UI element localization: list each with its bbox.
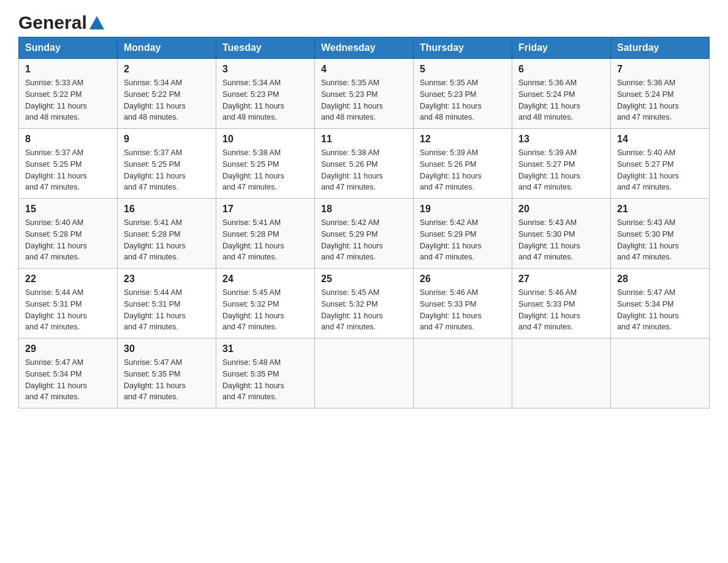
- day-info: Sunrise: 5:39 AMSunset: 5:26 PMDaylight:…: [420, 147, 506, 193]
- day-info: Sunrise: 5:47 AMSunset: 5:34 PMDaylight:…: [25, 357, 111, 403]
- calendar-cell: 11Sunrise: 5:38 AMSunset: 5:26 PMDayligh…: [315, 129, 414, 199]
- calendar-cell: [611, 339, 710, 408]
- day-info: Sunrise: 5:44 AMSunset: 5:31 PMDaylight:…: [25, 287, 111, 333]
- day-info: Sunrise: 5:43 AMSunset: 5:30 PMDaylight:…: [617, 217, 703, 263]
- day-number: 2: [124, 64, 210, 75]
- column-header-saturday: Saturday: [611, 37, 710, 59]
- calendar-cell: 10Sunrise: 5:38 AMSunset: 5:25 PMDayligh…: [216, 129, 315, 199]
- day-info: Sunrise: 5:37 AMSunset: 5:25 PMDaylight:…: [124, 147, 210, 193]
- svg-marker-0: [89, 16, 104, 29]
- day-info: Sunrise: 5:40 AMSunset: 5:28 PMDaylight:…: [25, 217, 111, 263]
- day-info: Sunrise: 5:41 AMSunset: 5:28 PMDaylight:…: [222, 217, 308, 263]
- calendar-cell: 1Sunrise: 5:33 AMSunset: 5:22 PMDaylight…: [19, 59, 118, 129]
- day-info: Sunrise: 5:36 AMSunset: 5:24 PMDaylight:…: [617, 77, 703, 123]
- calendar-cell: 6Sunrise: 5:36 AMSunset: 5:24 PMDaylight…: [512, 59, 611, 129]
- day-info: Sunrise: 5:45 AMSunset: 5:32 PMDaylight:…: [321, 287, 407, 333]
- column-header-thursday: Thursday: [414, 37, 512, 59]
- calendar-cell: 8Sunrise: 5:37 AMSunset: 5:25 PMDaylight…: [19, 129, 118, 199]
- logo-row: General: [18, 12, 105, 33]
- day-info: Sunrise: 5:46 AMSunset: 5:33 PMDaylight:…: [420, 287, 506, 333]
- day-info: Sunrise: 5:40 AMSunset: 5:27 PMDaylight:…: [617, 147, 703, 193]
- day-number: 4: [321, 64, 407, 75]
- day-number: 17: [222, 204, 308, 215]
- day-info: Sunrise: 5:35 AMSunset: 5:23 PMDaylight:…: [420, 77, 506, 123]
- day-number: 11: [321, 134, 407, 145]
- column-header-friday: Friday: [512, 37, 611, 59]
- calendar-cell: 4Sunrise: 5:35 AMSunset: 5:23 PMDaylight…: [315, 59, 414, 129]
- calendar-cell: 19Sunrise: 5:42 AMSunset: 5:29 PMDayligh…: [414, 199, 512, 269]
- day-number: 13: [518, 134, 604, 145]
- day-number: 12: [420, 134, 506, 145]
- day-number: 28: [617, 274, 703, 285]
- day-number: 31: [222, 343, 308, 354]
- day-number: 16: [124, 204, 210, 215]
- column-header-tuesday: Tuesday: [216, 37, 315, 59]
- calendar-week-row: 29Sunrise: 5:47 AMSunset: 5:34 PMDayligh…: [19, 339, 710, 408]
- calendar-cell: 22Sunrise: 5:44 AMSunset: 5:31 PMDayligh…: [19, 269, 118, 339]
- calendar-cell: 17Sunrise: 5:41 AMSunset: 5:28 PMDayligh…: [216, 199, 315, 269]
- day-number: 7: [617, 64, 703, 75]
- day-info: Sunrise: 5:42 AMSunset: 5:29 PMDaylight:…: [420, 217, 506, 263]
- calendar-cell: 15Sunrise: 5:40 AMSunset: 5:28 PMDayligh…: [19, 199, 118, 269]
- calendar-cell: 3Sunrise: 5:34 AMSunset: 5:23 PMDaylight…: [216, 59, 315, 129]
- calendar-cell: 12Sunrise: 5:39 AMSunset: 5:26 PMDayligh…: [414, 129, 512, 199]
- day-number: 30: [124, 343, 210, 354]
- day-info: Sunrise: 5:43 AMSunset: 5:30 PMDaylight:…: [518, 217, 604, 263]
- day-number: 27: [518, 274, 604, 285]
- calendar-week-row: 15Sunrise: 5:40 AMSunset: 5:28 PMDayligh…: [19, 199, 710, 269]
- day-info: Sunrise: 5:47 AMSunset: 5:35 PMDaylight:…: [124, 357, 210, 403]
- calendar-week-row: 8Sunrise: 5:37 AMSunset: 5:25 PMDaylight…: [19, 129, 710, 199]
- calendar-cell: [512, 339, 611, 408]
- calendar-week-row: 1Sunrise: 5:33 AMSunset: 5:22 PMDaylight…: [19, 59, 710, 129]
- calendar-cell: 23Sunrise: 5:44 AMSunset: 5:31 PMDayligh…: [118, 269, 216, 339]
- day-number: 22: [25, 274, 111, 285]
- page-header: General: [18, 12, 710, 31]
- day-info: Sunrise: 5:35 AMSunset: 5:23 PMDaylight:…: [321, 77, 407, 123]
- calendar-table: SundayMondayTuesdayWednesdayThursdayFrid…: [18, 37, 710, 408]
- day-number: 1: [25, 64, 111, 75]
- day-number: 8: [25, 134, 111, 145]
- day-number: 5: [420, 64, 506, 75]
- calendar-cell: 14Sunrise: 5:40 AMSunset: 5:27 PMDayligh…: [611, 129, 710, 199]
- calendar-cell: 7Sunrise: 5:36 AMSunset: 5:24 PMDaylight…: [611, 59, 710, 129]
- calendar-week-row: 22Sunrise: 5:44 AMSunset: 5:31 PMDayligh…: [19, 269, 710, 339]
- calendar-cell: 29Sunrise: 5:47 AMSunset: 5:34 PMDayligh…: [19, 339, 118, 408]
- logo: General: [18, 12, 105, 31]
- day-number: 15: [25, 204, 111, 215]
- day-number: 21: [617, 204, 703, 215]
- day-number: 9: [124, 134, 210, 145]
- day-info: Sunrise: 5:34 AMSunset: 5:22 PMDaylight:…: [124, 77, 210, 123]
- day-number: 25: [321, 274, 407, 285]
- column-header-monday: Monday: [118, 37, 216, 59]
- calendar-cell: 28Sunrise: 5:47 AMSunset: 5:34 PMDayligh…: [611, 269, 710, 339]
- day-number: 29: [25, 343, 111, 354]
- day-number: 6: [518, 64, 604, 75]
- day-info: Sunrise: 5:34 AMSunset: 5:23 PMDaylight:…: [222, 77, 308, 123]
- day-info: Sunrise: 5:39 AMSunset: 5:27 PMDaylight:…: [518, 147, 604, 193]
- logo-general-text: General: [18, 12, 87, 33]
- calendar-cell: [315, 339, 414, 408]
- day-info: Sunrise: 5:38 AMSunset: 5:25 PMDaylight:…: [222, 147, 308, 193]
- day-info: Sunrise: 5:41 AMSunset: 5:28 PMDaylight:…: [124, 217, 210, 263]
- calendar-cell: 21Sunrise: 5:43 AMSunset: 5:30 PMDayligh…: [611, 199, 710, 269]
- calendar-cell: 13Sunrise: 5:39 AMSunset: 5:27 PMDayligh…: [512, 129, 611, 199]
- calendar-cell: 27Sunrise: 5:46 AMSunset: 5:33 PMDayligh…: [512, 269, 611, 339]
- calendar-cell: 25Sunrise: 5:45 AMSunset: 5:32 PMDayligh…: [315, 269, 414, 339]
- day-info: Sunrise: 5:33 AMSunset: 5:22 PMDaylight:…: [25, 77, 111, 123]
- calendar-cell: 26Sunrise: 5:46 AMSunset: 5:33 PMDayligh…: [414, 269, 512, 339]
- calendar-cell: [414, 339, 512, 408]
- day-number: 26: [420, 274, 506, 285]
- day-info: Sunrise: 5:44 AMSunset: 5:31 PMDaylight:…: [124, 287, 210, 333]
- calendar-cell: 20Sunrise: 5:43 AMSunset: 5:30 PMDayligh…: [512, 199, 611, 269]
- calendar-cell: 2Sunrise: 5:34 AMSunset: 5:22 PMDaylight…: [118, 59, 216, 129]
- day-info: Sunrise: 5:36 AMSunset: 5:24 PMDaylight:…: [518, 77, 604, 123]
- day-info: Sunrise: 5:38 AMSunset: 5:26 PMDaylight:…: [321, 147, 407, 193]
- day-info: Sunrise: 5:37 AMSunset: 5:25 PMDaylight:…: [25, 147, 111, 193]
- column-header-sunday: Sunday: [19, 37, 118, 59]
- calendar-cell: 24Sunrise: 5:45 AMSunset: 5:32 PMDayligh…: [216, 269, 315, 339]
- day-number: 23: [124, 274, 210, 285]
- day-number: 10: [222, 134, 308, 145]
- calendar-cell: 5Sunrise: 5:35 AMSunset: 5:23 PMDaylight…: [414, 59, 512, 129]
- day-number: 3: [222, 64, 308, 75]
- day-info: Sunrise: 5:45 AMSunset: 5:32 PMDaylight:…: [222, 287, 308, 333]
